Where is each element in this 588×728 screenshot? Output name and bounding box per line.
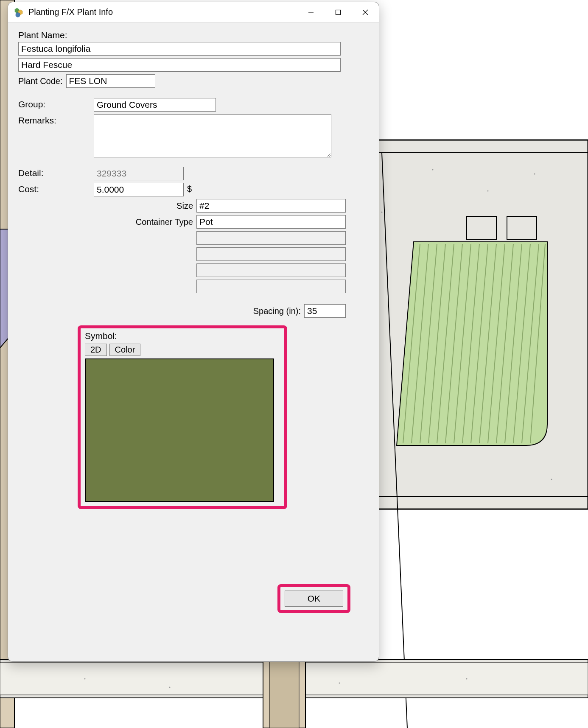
common-name-input[interactable] (18, 58, 341, 72)
container-type-label: Container Type (136, 217, 193, 227)
titlebar[interactable]: Planting F/X Plant Info (8, 2, 379, 22)
plant-name-label: Plant Name: (18, 30, 369, 40)
symbol-group: Symbol: 2D Color (81, 328, 284, 506)
app-icon (14, 7, 24, 17)
symbol-highlight: Symbol: 2D Color (78, 325, 287, 509)
extra-input-1 (196, 231, 346, 245)
spacing-label: Spacing (in): (253, 306, 301, 316)
svg-rect-43 (336, 10, 341, 14)
size-input[interactable] (196, 199, 346, 213)
cost-input[interactable] (94, 183, 184, 196)
ok-button[interactable]: OK (285, 591, 343, 607)
symbol-2d-button[interactable]: 2D (85, 344, 107, 356)
group-label: Group: (18, 98, 94, 109)
window-title: Planting F/X Plant Info (28, 7, 297, 17)
svg-point-37 (466, 678, 468, 680)
ok-highlight: OK (277, 584, 350, 613)
spacing-input[interactable] (304, 304, 346, 318)
svg-point-35 (169, 687, 171, 688)
group-input[interactable] (94, 98, 216, 112)
detail-input (94, 167, 184, 180)
symbol-color-button[interactable]: Color (109, 344, 141, 356)
svg-point-30 (534, 174, 535, 175)
svg-point-28 (432, 169, 434, 171)
botanical-name-input[interactable] (18, 42, 341, 56)
symbol-label: Symbol: (85, 331, 280, 341)
extra-input-3 (196, 263, 346, 277)
close-button[interactable] (352, 2, 379, 22)
detail-label: Detail: (18, 167, 94, 178)
size-label: Size (176, 201, 193, 211)
svg-point-38 (551, 479, 552, 480)
plant-info-dialog: Planting F/X Plant Info Plant Name: Plan… (8, 2, 379, 662)
symbol-swatch[interactable] (85, 358, 274, 502)
maximize-button[interactable] (325, 2, 352, 22)
svg-point-36 (339, 683, 340, 684)
svg-point-34 (84, 678, 86, 680)
extra-input-4 (196, 280, 346, 293)
cost-label: Cost: (18, 183, 94, 194)
plant-code-label: Plant Code: (18, 76, 63, 86)
extra-input-2 (196, 247, 346, 261)
svg-rect-24 (269, 660, 299, 728)
currency-label: $ (187, 183, 192, 194)
svg-point-29 (487, 190, 489, 192)
remarks-label: Remarks: (18, 114, 94, 126)
remarks-input[interactable] (94, 114, 331, 157)
plant-code-input[interactable] (66, 74, 155, 88)
container-type-input[interactable] (196, 215, 346, 229)
minimize-button[interactable] (297, 2, 325, 22)
svg-point-27 (381, 212, 383, 213)
